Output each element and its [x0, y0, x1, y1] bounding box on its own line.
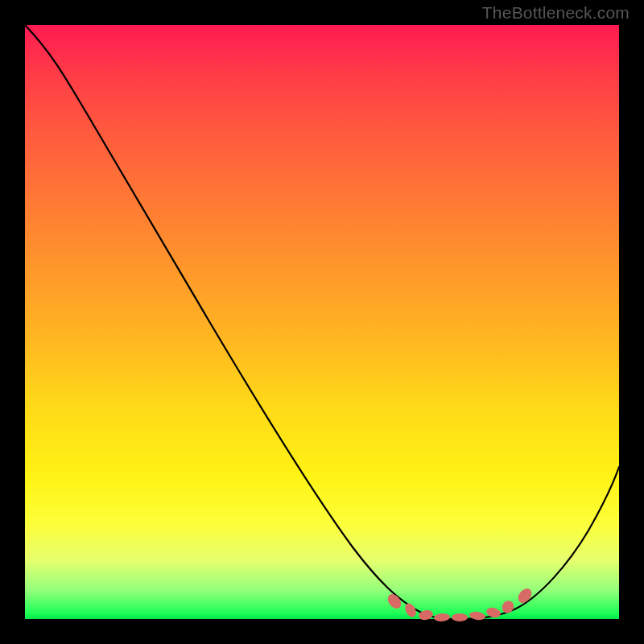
optimal-marker-group	[385, 586, 534, 622]
plot-area	[25, 25, 619, 619]
optimal-marker	[500, 599, 516, 616]
chart-svg	[25, 25, 619, 619]
chart-frame: TheBottleneck.com	[0, 0, 644, 644]
watermark-text: TheBottleneck.com	[482, 3, 630, 23]
optimal-marker	[418, 609, 434, 621]
bottleneck-curve	[25, 25, 619, 619]
optimal-marker	[434, 613, 451, 621]
optimal-marker	[452, 613, 468, 621]
